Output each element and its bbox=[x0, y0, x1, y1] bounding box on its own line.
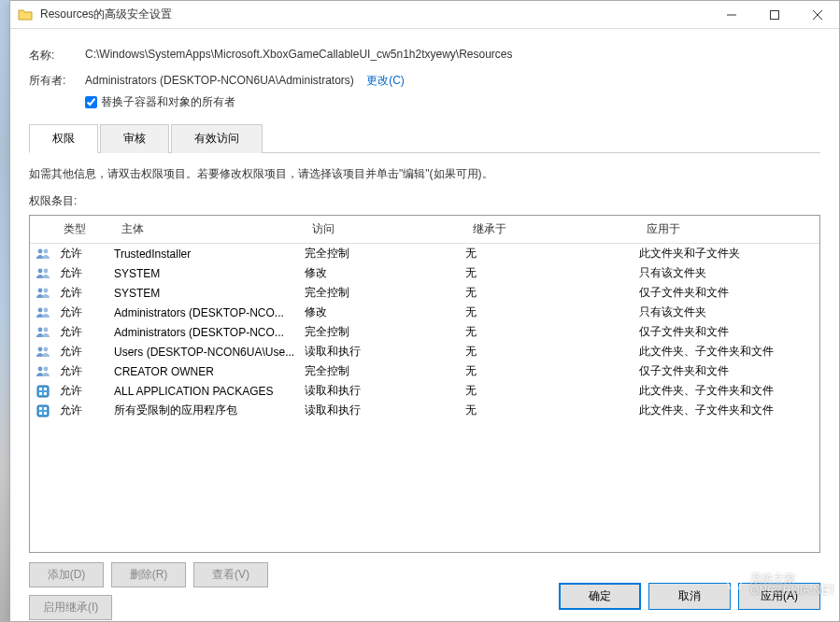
cell-type: 允许 bbox=[56, 265, 114, 281]
svg-point-12 bbox=[44, 346, 49, 351]
svg-point-13 bbox=[38, 366, 43, 371]
window-controls bbox=[710, 1, 839, 29]
cell-applies: 此文件夹、子文件夹和文件 bbox=[639, 383, 819, 399]
cell-principal: Administrators (DESKTOP-NCO... bbox=[114, 306, 305, 319]
svg-rect-24 bbox=[44, 412, 47, 415]
owner-value: Administrators (DESKTOP-NCON6UA\Administ… bbox=[85, 73, 820, 110]
titlebar: Resources的高级安全设置 bbox=[10, 1, 839, 29]
enable-inheritance-button[interactable]: 启用继承(I) bbox=[29, 595, 112, 620]
cell-inherited: 无 bbox=[465, 403, 639, 418]
table-row[interactable]: 允许CREATOR OWNER完全控制无仅子文件夹和文件 bbox=[30, 361, 819, 381]
cell-principal: SYSTEM bbox=[114, 287, 305, 300]
cell-inherited: 无 bbox=[465, 304, 639, 320]
cell-inherited: 无 bbox=[465, 324, 639, 340]
replace-owner-label: 替换子容器和对象的所有者 bbox=[101, 94, 235, 110]
col-applies[interactable]: 应用于 bbox=[639, 216, 819, 243]
svg-point-10 bbox=[44, 327, 49, 332]
cell-type: 允许 bbox=[56, 285, 114, 301]
svg-point-8 bbox=[44, 307, 49, 312]
table-row[interactable]: 允许Administrators (DESKTOP-NCO...完全控制无仅子文… bbox=[30, 322, 819, 342]
tab-auditing[interactable]: 审核 bbox=[100, 124, 169, 153]
change-owner-link[interactable]: 更改(C) bbox=[366, 74, 405, 87]
cell-access: 完全控制 bbox=[305, 246, 465, 262]
entries-label: 权限条目: bbox=[29, 193, 820, 209]
add-button[interactable]: 添加(D) bbox=[29, 562, 104, 587]
svg-rect-0 bbox=[771, 10, 779, 19]
name-row: 名称: C:\Windows\SystemApps\Microsoft.Xbox… bbox=[29, 48, 820, 64]
cell-type: 允许 bbox=[56, 403, 114, 418]
svg-rect-20 bbox=[37, 405, 49, 417]
cell-applies: 仅子文件夹和文件 bbox=[639, 285, 819, 301]
svg-point-4 bbox=[44, 268, 49, 273]
folder-icon bbox=[18, 7, 33, 22]
principal-icon bbox=[30, 247, 56, 262]
col-type[interactable]: 类型 bbox=[56, 216, 114, 243]
svg-rect-19 bbox=[44, 392, 47, 395]
owner-label: 所有者: bbox=[29, 73, 85, 89]
svg-rect-23 bbox=[39, 412, 42, 415]
cell-applies: 只有该文件夹 bbox=[639, 304, 819, 320]
view-button[interactable]: 查看(V) bbox=[193, 562, 268, 587]
remove-button[interactable]: 删除(R) bbox=[111, 562, 186, 587]
cell-access: 读取和执行 bbox=[305, 403, 465, 418]
cell-inherited: 无 bbox=[465, 344, 639, 360]
instruction-text: 如需其他信息，请双击权限项目。若要修改权限项目，请选择该项目并单击"编辑"(如果… bbox=[29, 166, 820, 182]
table-row[interactable]: 允许ALL APPLICATION PACKAGES读取和执行无此文件夹、子文件… bbox=[30, 381, 819, 401]
cell-principal: 所有受限制的应用程序包 bbox=[114, 403, 305, 418]
ok-button[interactable]: 确定 bbox=[559, 583, 641, 610]
svg-point-9 bbox=[38, 327, 43, 332]
col-principal[interactable]: 主体 bbox=[114, 216, 305, 243]
cancel-button[interactable]: 取消 bbox=[648, 583, 731, 610]
table-row[interactable]: 允许Users (DESKTOP-NCON6UA\Use...读取和执行无此文件… bbox=[30, 342, 819, 361]
cell-inherited: 无 bbox=[465, 265, 639, 281]
cell-principal: Users (DESKTOP-NCON6UA\Use... bbox=[114, 346, 305, 359]
cell-type: 允许 bbox=[56, 324, 114, 340]
principal-icon bbox=[30, 403, 56, 418]
svg-rect-16 bbox=[39, 388, 42, 390]
cell-access: 读取和执行 bbox=[305, 344, 465, 360]
col-inherited[interactable]: 继承于 bbox=[465, 216, 639, 243]
owner-text: Administrators (DESKTOP-NCON6UA\Administ… bbox=[85, 74, 354, 87]
svg-rect-22 bbox=[44, 407, 47, 410]
cell-applies: 仅子文件夹和文件 bbox=[639, 324, 819, 340]
apply-button[interactable]: 应用(A) bbox=[738, 583, 820, 610]
dialog-footer: 确定 取消 应用(A) bbox=[559, 583, 820, 610]
replace-owner-checkbox[interactable] bbox=[85, 96, 97, 108]
table-row[interactable]: 允许TrustedInstaller完全控制无此文件夹和子文件夹 bbox=[30, 244, 819, 263]
name-value: C:\Windows\SystemApps\Microsoft.XboxGame… bbox=[85, 48, 820, 61]
minimize-button[interactable] bbox=[710, 1, 753, 29]
table-row[interactable]: 允许Administrators (DESKTOP-NCO...修改无只有该文件… bbox=[30, 303, 819, 322]
owner-row: 所有者: Administrators (DESKTOP-NCON6UA\Adm… bbox=[29, 73, 820, 110]
cell-access: 完全控制 bbox=[305, 324, 465, 340]
svg-point-2 bbox=[44, 248, 49, 253]
table-row[interactable]: 允许SYSTEM修改无只有该文件夹 bbox=[30, 263, 819, 283]
tab-bar: 权限 审核 有效访问 bbox=[29, 123, 820, 153]
cell-applies: 只有该文件夹 bbox=[639, 265, 819, 281]
tab-effective-access[interactable]: 有效访问 bbox=[171, 124, 263, 153]
principal-icon bbox=[30, 266, 56, 281]
table-row[interactable]: 允许SYSTEM完全控制无仅子文件夹和文件 bbox=[30, 283, 819, 303]
cell-type: 允许 bbox=[56, 363, 114, 379]
col-icon bbox=[30, 216, 56, 243]
cell-access: 修改 bbox=[305, 265, 465, 281]
maximize-button[interactable] bbox=[753, 1, 796, 29]
col-access[interactable]: 访问 bbox=[305, 216, 465, 243]
principal-icon bbox=[30, 364, 56, 379]
content-area: 名称: C:\Windows\SystemApps\Microsoft.Xbox… bbox=[10, 29, 839, 622]
cell-type: 允许 bbox=[56, 246, 114, 262]
svg-point-11 bbox=[38, 346, 43, 351]
principal-icon bbox=[30, 384, 56, 399]
principal-icon bbox=[30, 325, 56, 340]
cell-applies: 仅子文件夹和文件 bbox=[639, 363, 819, 379]
cell-inherited: 无 bbox=[465, 246, 639, 262]
table-body[interactable]: 允许TrustedInstaller完全控制无此文件夹和子文件夹允许SYSTEM… bbox=[30, 244, 819, 552]
tab-permissions[interactable]: 权限 bbox=[29, 124, 98, 153]
cell-type: 允许 bbox=[56, 304, 114, 320]
svg-point-5 bbox=[38, 288, 43, 292]
table-row[interactable]: 允许所有受限制的应用程序包读取和执行无此文件夹、子文件夹和文件 bbox=[30, 401, 819, 420]
cell-access: 完全控制 bbox=[305, 285, 465, 301]
cell-type: 允许 bbox=[56, 344, 114, 360]
security-settings-window: Resources的高级安全设置 名称: C:\Windows\SystemAp… bbox=[9, 0, 840, 622]
close-button[interactable] bbox=[796, 1, 839, 29]
table-header: 类型 主体 访问 继承于 应用于 bbox=[30, 216, 819, 244]
